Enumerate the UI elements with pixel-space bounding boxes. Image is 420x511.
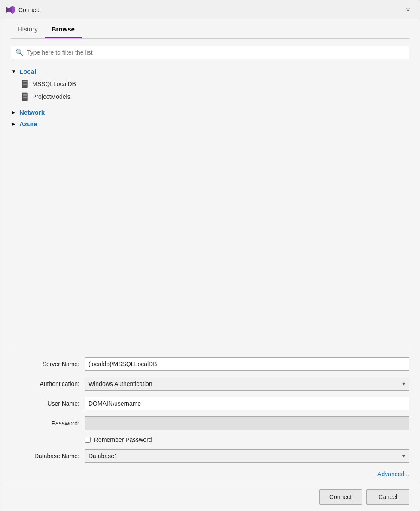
connect-dialog: Connect × History Browse 🔍 ▼ Local (0, 0, 420, 511)
azure-arrow: ▶ (11, 122, 17, 126)
tab-history[interactable]: History (11, 19, 45, 38)
svg-rect-6 (23, 95, 27, 96)
remember-password-row: Remember Password (11, 436, 409, 443)
tree-item-network[interactable]: ▶ Network (11, 107, 409, 118)
authentication-select-wrapper: Windows Authentication SQL Server Authen… (85, 377, 409, 391)
tab-browse[interactable]: Browse (45, 19, 82, 38)
search-input[interactable] (27, 49, 405, 56)
local-label: Local (19, 68, 36, 75)
authentication-row: Authentication: Windows Authentication S… (11, 377, 409, 391)
cancel-button[interactable]: Cancel (366, 489, 409, 505)
tree-item-azure[interactable]: ▶ Azure (11, 119, 409, 129)
password-label: Password: (11, 420, 79, 427)
app-icon (6, 5, 15, 15)
database-name-row: Database Name: Database1 (11, 449, 409, 463)
connect-button[interactable]: Connect (319, 489, 362, 505)
user-name-input[interactable] (85, 397, 409, 410)
svg-rect-3 (23, 84, 27, 85)
local-children: MSSQLLocalDB ProjectModels (11, 78, 409, 103)
server-name-label: Server Name: (11, 361, 79, 367)
tabs-container: History Browse (0, 19, 420, 38)
svg-rect-2 (23, 83, 27, 83)
server-name-input[interactable] (85, 357, 409, 371)
advanced-row: Advanced... (11, 469, 409, 479)
connection-form: Server Name: Authentication: Windows Aut… (0, 350, 420, 483)
advanced-link[interactable]: Advanced... (377, 471, 409, 477)
database-name-select[interactable]: Database1 (85, 449, 409, 463)
network-label: Network (19, 109, 45, 116)
mssqllocaldb-label: MSSQLLocalDB (32, 80, 76, 87)
tree-item-local[interactable]: ▼ Local (11, 66, 409, 77)
password-row: Password: (11, 416, 409, 430)
tree-item-projectmodels[interactable]: ProjectModels (21, 91, 409, 103)
azure-label: Azure (19, 120, 37, 128)
network-arrow: ▶ (11, 110, 17, 115)
remember-password-checkbox[interactable] (85, 437, 91, 443)
button-bar: Connect Cancel (0, 483, 420, 511)
browse-content: 🔍 ▼ Local MSSQLLocalDB (0, 39, 420, 350)
authentication-label: Authentication: (11, 380, 79, 387)
local-arrow: ▼ (11, 69, 17, 74)
dialog-title: Connect (18, 6, 398, 13)
db-icon-mssqllocaldb (21, 80, 29, 88)
svg-rect-5 (23, 94, 27, 95)
svg-rect-7 (23, 97, 27, 98)
user-name-label: User Name: (11, 400, 79, 407)
search-icon: 🔍 (15, 49, 24, 56)
tree-item-mssqllocaldb[interactable]: MSSQLLocalDB (21, 78, 409, 90)
svg-rect-1 (23, 81, 27, 82)
db-icon-projectmodels (21, 92, 29, 101)
projectmodels-label: ProjectModels (32, 93, 70, 100)
user-name-row: User Name: (11, 397, 409, 410)
server-name-row: Server Name: (11, 357, 409, 371)
password-input (85, 416, 409, 430)
database-name-select-wrapper: Database1 (85, 449, 409, 463)
authentication-select[interactable]: Windows Authentication SQL Server Authen… (85, 377, 409, 391)
close-button[interactable]: × (402, 3, 414, 16)
remember-password-label[interactable]: Remember Password (94, 436, 152, 443)
title-bar: Connect × (0, 0, 420, 19)
search-box: 🔍 (11, 46, 409, 59)
database-name-label: Database Name: (11, 453, 79, 459)
tree-view: ▼ Local MSSQLLocalDB (11, 66, 409, 129)
